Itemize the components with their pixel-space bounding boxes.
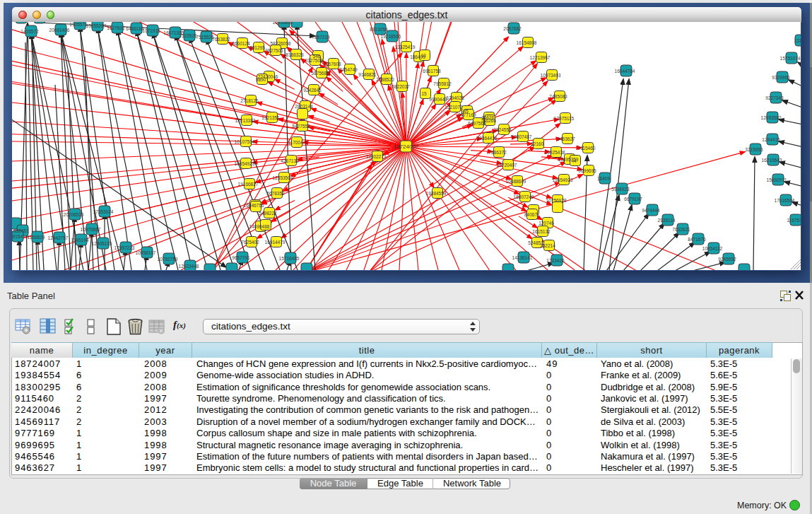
svg-text:1156829: 1156829	[28, 235, 45, 240]
svg-text:7485083: 7485083	[549, 94, 567, 99]
svg-text:15720407: 15720407	[497, 163, 517, 168]
svg-text:16210643: 16210643	[762, 158, 782, 163]
svg-text:16033809: 16033809	[273, 22, 293, 25]
svg-text:9329966: 9329966	[772, 75, 790, 80]
svg-text:10958107: 10958107	[136, 250, 156, 255]
svg-text:3824554: 3824554	[493, 127, 512, 132]
svg-text:5822037: 5822037	[392, 84, 410, 89]
svg-text:8813054: 8813054	[370, 27, 388, 32]
svg-text:10782759: 10782759	[158, 257, 178, 262]
svg-text:16154808: 16154808	[517, 40, 537, 45]
svg-text:2087682: 2087682	[503, 26, 522, 31]
svg-text:1733426: 1733426	[546, 258, 565, 263]
svg-text:16644784: 16644784	[615, 69, 635, 74]
svg-text:19166827: 19166827	[238, 182, 259, 187]
svg-text:8454749: 8454749	[339, 67, 358, 72]
svg-text:1615132: 1615132	[532, 229, 551, 234]
svg-text:9245652: 9245652	[718, 257, 736, 262]
svg-text:1405572: 1405572	[20, 29, 39, 34]
svg-text:1244415: 1244415	[762, 137, 780, 142]
svg-text:5678352: 5678352	[266, 191, 285, 196]
svg-text:15751074: 15751074	[780, 56, 801, 61]
svg-text:120746: 120746	[539, 221, 554, 226]
svg-text:1321351: 1321351	[261, 115, 280, 120]
svg-text:15692971: 15692971	[767, 177, 787, 182]
svg-text:5938923: 5938923	[611, 187, 630, 192]
svg-text:12923448: 12923448	[179, 264, 199, 269]
svg-text:10756928: 10756928	[546, 198, 567, 203]
svg-text:18724007: 18724007	[394, 144, 419, 150]
svg-text:5498222: 5498222	[259, 211, 277, 216]
svg-text:19654923: 19654923	[553, 177, 573, 182]
svg-text:7632621: 7632621	[672, 227, 690, 232]
svg-text:62160: 62160	[531, 141, 543, 146]
svg-text:15: 15	[421, 91, 427, 96]
svg-text:7515526: 7515526	[179, 33, 197, 38]
svg-text:9657791: 9657791	[232, 255, 250, 260]
svg-text:12905135: 12905135	[92, 241, 112, 246]
svg-text:12353504: 12353504	[273, 175, 293, 180]
svg-text:9827506: 9827506	[265, 48, 283, 53]
svg-text:12213382: 12213382	[235, 118, 256, 123]
svg-text:1145194: 1145194	[71, 238, 89, 243]
svg-text:891295: 891295	[249, 45, 265, 50]
svg-text:1905571: 1905571	[69, 22, 88, 27]
svg-text:17957223: 17957223	[114, 245, 135, 250]
svg-text:12975115: 12975115	[554, 116, 575, 121]
svg-text:12213967: 12213967	[530, 55, 551, 60]
svg-text:10107554: 10107554	[235, 139, 255, 144]
svg-text:116753: 116753	[787, 218, 801, 223]
svg-text:10055287: 10055287	[86, 23, 107, 28]
svg-text:14136141: 14136141	[512, 255, 533, 260]
svg-text:7663822: 7663822	[212, 37, 230, 42]
svg-text:15716485: 15716485	[279, 256, 300, 261]
svg-text:6466160: 6466160	[126, 26, 144, 31]
svg-text:19384554: 19384554	[426, 191, 447, 196]
svg-text:18807249: 18807249	[514, 194, 534, 199]
svg-text:3215955: 3215955	[745, 147, 763, 152]
svg-text:7955812: 7955812	[433, 81, 452, 86]
svg-text:7515526: 7515526	[196, 35, 214, 40]
svg-text:7886372: 7886372	[488, 150, 507, 155]
svg-text:9990443: 9990443	[429, 97, 447, 102]
svg-text:4267130: 4267130	[281, 158, 299, 163]
svg-text:252214: 252214	[540, 243, 555, 248]
svg-text:9890: 9890	[256, 77, 266, 82]
svg-text:1527602: 1527602	[107, 25, 125, 30]
svg-text:20364436: 20364436	[477, 136, 498, 141]
svg-text:16046756: 16046756	[244, 203, 264, 208]
svg-text:44: 44	[571, 158, 577, 163]
svg-text:58226058: 58226058	[271, 41, 291, 46]
svg-text:1071915: 1071915	[142, 28, 160, 33]
svg-text:9327508: 9327508	[305, 58, 323, 63]
svg-text:84067: 84067	[524, 212, 537, 217]
svg-text:9699695: 9699695	[578, 168, 596, 173]
svg-text:17353924: 17353924	[93, 209, 114, 214]
svg-text:5875685: 5875685	[311, 71, 329, 76]
svg-text:10975867: 10975867	[81, 227, 101, 232]
svg-text:2935114: 2935114	[658, 218, 676, 223]
svg-text:9242845: 9242845	[303, 88, 322, 93]
svg-text:10807487: 10807487	[512, 134, 532, 139]
svg-text:8660124: 8660124	[232, 41, 250, 46]
svg-text:17016504: 17016504	[775, 198, 795, 203]
svg-text:9474444: 9474444	[642, 208, 660, 213]
svg-text:16409: 16409	[597, 176, 610, 181]
svg-text:6961758: 6961758	[423, 69, 441, 74]
svg-text:1112: 1112	[794, 38, 801, 43]
svg-text:746266: 746266	[481, 118, 496, 123]
svg-text:10654923: 10654923	[235, 161, 255, 166]
svg-text:14099488: 14099488	[249, 224, 270, 229]
svg-text:10688609: 10688609	[506, 179, 526, 184]
svg-text:6679197: 6679197	[624, 197, 642, 201]
svg-text:19218506: 19218506	[381, 34, 401, 39]
svg-text:20691406: 20691406	[49, 28, 70, 33]
svg-text:1621072: 1621072	[445, 105, 463, 110]
svg-text:12093582: 12093582	[761, 115, 782, 120]
svg-text:9227343: 9227343	[765, 95, 784, 100]
svg-text:12942757: 12942757	[48, 235, 69, 240]
svg-text:19302273: 19302273	[366, 154, 387, 159]
svg-text:7857224: 7857224	[312, 35, 330, 40]
svg-text:8186328: 8186328	[286, 52, 304, 57]
svg-text:10973493: 10973493	[541, 73, 561, 78]
